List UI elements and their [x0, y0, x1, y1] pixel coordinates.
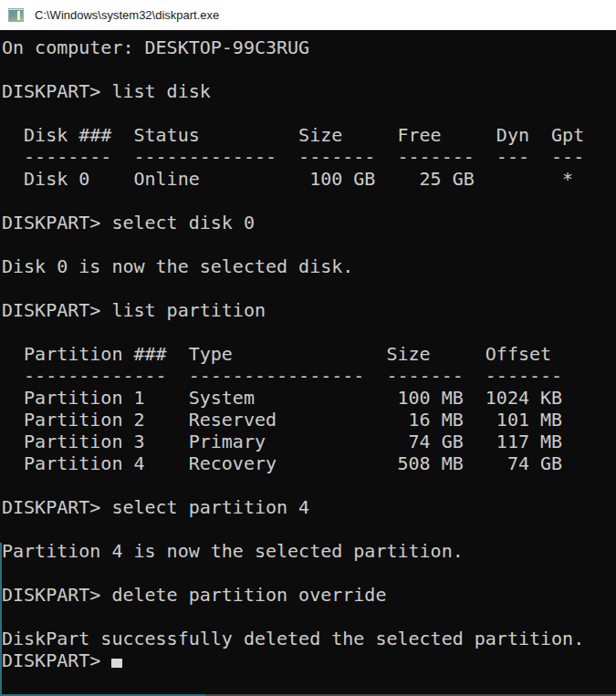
title-bar[interactable]: C:\Windows\system32\diskpart.exe [0, 0, 616, 30]
window-border-accent-left [0, 543, 2, 696]
terminal[interactable]: On computer: DESKTOP-99C3RUG DISKPART> l… [0, 30, 616, 696]
terminal-output: On computer: DESKTOP-99C3RUG DISKPART> l… [2, 36, 616, 649]
console-window: C:\Windows\system32\diskpart.exe On comp… [0, 0, 616, 696]
window-title: C:\Windows\system32\diskpart.exe [35, 8, 219, 22]
prompt-line: DISKPART> [2, 649, 616, 671]
prompt-label: DISKPART> [2, 649, 100, 671]
console-icon[interactable] [8, 8, 24, 22]
text-cursor [111, 659, 122, 668]
